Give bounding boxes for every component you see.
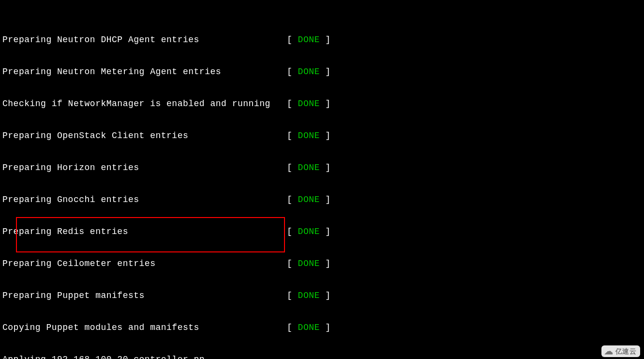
log-line: Preparing Neutron Metering Agent entries…: [2, 66, 642, 77]
status: [ DONE ]: [287, 98, 330, 109]
log-text: Preparing Horizon entries: [2, 162, 139, 173]
status: [ DONE ]: [287, 66, 330, 77]
log-line: Preparing Ceilometer entries[ DONE ]: [2, 258, 642, 269]
log-text: Preparing Ceilometer entries: [2, 258, 155, 269]
log-line: Checking if NetworkManager is enabled an…: [2, 98, 642, 109]
status: [ DONE ]: [287, 226, 330, 237]
status: [ DONE ]: [287, 130, 330, 141]
log-text: Preparing Puppet manifests: [2, 290, 145, 301]
status: [ DONE ]: [287, 290, 330, 301]
log-text: Preparing Neutron Metering Agent entries: [2, 66, 221, 77]
log-line: Preparing Gnocchi entries[ DONE ]: [2, 194, 642, 205]
log-text: Preparing Neutron DHCP Agent entries: [2, 34, 199, 45]
log-line: Preparing Puppet manifests[ DONE ]: [2, 290, 642, 301]
log-text: Copying Puppet modules and manifests: [2, 322, 199, 333]
status: [ DONE ]: [287, 258, 330, 269]
log-text: Preparing Redis entries: [2, 226, 128, 237]
status: [ DONE ]: [287, 162, 330, 173]
log-line: Preparing Horizon entries[ DONE ]: [2, 162, 642, 173]
log-line: Preparing Neutron DHCP Agent entries[ DO…: [2, 34, 642, 45]
log-text: Preparing Gnocchi entries: [2, 194, 139, 205]
log-line: Applying 192.168.100.20_controller.pp: [2, 354, 642, 359]
log-line: Copying Puppet modules and manifests[ DO…: [2, 322, 642, 333]
log-text: Applying 192.168.100.20_controller.pp: [2, 354, 205, 359]
log-text: Checking if NetworkManager is enabled an…: [2, 98, 270, 109]
watermark-logo: ☁ 亿速云: [601, 345, 640, 357]
status: [ DONE ]: [287, 322, 330, 333]
log-text: Preparing OpenStack Client entries: [2, 130, 188, 141]
log-line: Preparing OpenStack Client entries[ DONE…: [2, 130, 642, 141]
status: [ DONE ]: [287, 34, 330, 45]
log-line: Preparing Redis entries[ DONE ]: [2, 226, 642, 237]
terminal-output[interactable]: Preparing Neutron DHCP Agent entries[ DO…: [0, 0, 644, 359]
cloud-icon: ☁: [604, 347, 614, 356]
status: [ DONE ]: [287, 194, 330, 205]
watermark-text: 亿速云: [615, 346, 637, 357]
